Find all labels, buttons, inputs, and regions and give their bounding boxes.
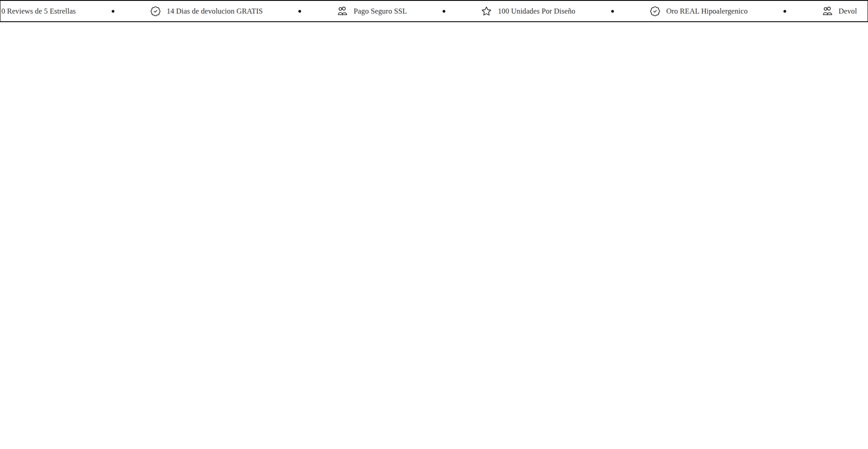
users-icon xyxy=(822,6,833,17)
page-body-blank xyxy=(0,22,868,449)
marquee-track: 0 Reviews de 5 Estrellas 14 Dias de devo… xyxy=(0,6,857,17)
marquee-item-devolucion-gratis: 14 Dias de devolucion GRATIS xyxy=(150,6,263,17)
marquee-item-oro-real: Oro REAL Hipoalergenico xyxy=(650,6,748,17)
marquee-item-label: 100 Unidades Por Diseño xyxy=(498,7,575,16)
marquee-item-pago-seguro: Pago Seguro SSL xyxy=(337,6,407,17)
page: 0 Reviews de 5 Estrellas 14 Dias de devo… xyxy=(0,0,868,449)
marquee-item-label: Pago Seguro SSL xyxy=(354,7,407,16)
marquee-item-reviews: 0 Reviews de 5 Estrellas xyxy=(1,7,76,16)
marquee-item-label: Devol xyxy=(839,7,857,16)
marquee-item-label: 14 Dias de devolucion GRATIS xyxy=(167,7,263,16)
users-icon xyxy=(337,6,348,17)
marquee-item-devolucion: Devol xyxy=(822,6,857,17)
badge-check-icon xyxy=(150,6,161,17)
bullet-separator xyxy=(611,10,614,13)
marquee-item-unidades: 100 Unidades Por Diseño xyxy=(481,6,575,17)
badge-check-icon xyxy=(650,6,660,17)
bullet-separator xyxy=(443,10,445,13)
marquee-item-label: 0 Reviews de 5 Estrellas xyxy=(1,7,76,16)
bullet-separator xyxy=(298,10,301,13)
bullet-separator xyxy=(112,10,114,13)
marquee-item-label: Oro REAL Hipoalergenico xyxy=(666,7,748,16)
announcement-bar: 0 Reviews de 5 Estrellas 14 Dias de devo… xyxy=(0,0,868,22)
bullet-separator xyxy=(783,10,786,13)
star-icon xyxy=(481,6,492,17)
